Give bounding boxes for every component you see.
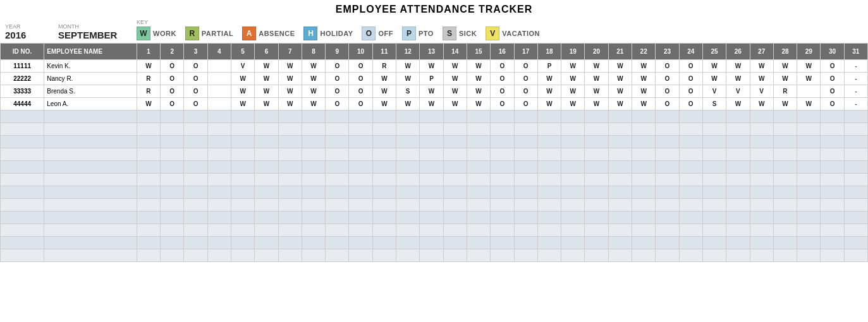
empty-row <box>1 110 868 123</box>
day-cell-14: W <box>443 85 467 98</box>
employee-name: Kevin K. <box>44 60 137 73</box>
legend-label-h: HOLIDAY <box>320 30 353 37</box>
day-cell-29: W <box>797 98 821 110</box>
col-day-18-header: 18 <box>537 44 561 60</box>
day-cell-30: O <box>821 73 844 85</box>
legend-label-w: WORK <box>153 30 176 37</box>
day-cell-6: W <box>255 73 278 85</box>
day-cell-27: W <box>750 73 773 85</box>
col-day-23-header: 23 <box>656 44 679 60</box>
day-cell-12: W <box>396 98 420 110</box>
day-cell-2: O <box>161 60 184 73</box>
day-cell-26: W <box>726 98 750 110</box>
employee-id: 33333 <box>1 85 44 98</box>
legend-box-r: R <box>185 27 199 40</box>
day-cell-16: O <box>491 60 514 73</box>
day-cell-23: O <box>656 98 679 110</box>
day-cell-5: V <box>231 60 254 73</box>
legend-box-p: P <box>402 27 416 40</box>
day-cell-23: O <box>656 60 679 73</box>
day-cell-3: O <box>184 85 207 98</box>
day-cell-29: W <box>797 73 821 85</box>
legend-box-h: H <box>303 27 317 40</box>
day-cell-14: W <box>443 60 467 73</box>
legend-box-v: V <box>486 27 499 40</box>
day-cell-7: W <box>278 60 302 73</box>
day-cell-19: W <box>561 73 585 85</box>
day-cell-6: W <box>255 98 278 110</box>
day-cell-27: V <box>750 85 773 98</box>
day-cell-19: W <box>561 98 585 110</box>
day-cell-8: W <box>302 98 325 110</box>
day-cell-15: W <box>467 60 490 73</box>
legend-box-w: W <box>137 27 150 40</box>
day-cell-3: O <box>184 73 207 85</box>
day-cell-6: W <box>255 60 278 73</box>
col-day-8-header: 8 <box>302 44 325 60</box>
col-day-11-header: 11 <box>372 44 396 60</box>
empty-row <box>1 161 868 174</box>
employee-name: Leon A. <box>44 98 137 110</box>
day-cell-16: O <box>491 98 514 110</box>
legend-box-a: A <box>242 27 256 40</box>
day-cell-31: - <box>844 73 867 85</box>
empty-row <box>1 186 868 199</box>
year-value: 2016 <box>5 30 43 40</box>
col-day-15-header: 15 <box>467 44 490 60</box>
day-cell-20: W <box>585 60 608 73</box>
col-day-3-header: 3 <box>184 44 207 60</box>
day-cell-5: W <box>231 73 254 85</box>
day-cell-20: W <box>585 98 608 110</box>
legend-item-s: S SICK <box>443 27 477 40</box>
legend-label-v: VACATION <box>502 30 540 37</box>
legend-box-s: S <box>443 27 456 40</box>
col-day-25-header: 25 <box>702 44 726 60</box>
col-day-4-header: 4 <box>207 44 231 60</box>
empty-row <box>1 148 868 161</box>
empty-row <box>1 174 868 186</box>
col-day-19-header: 19 <box>561 44 585 60</box>
day-cell-20: W <box>585 85 608 98</box>
employee-name: Nancy R. <box>44 73 137 85</box>
day-cell-12: W <box>396 73 420 85</box>
day-cell-1: R <box>137 85 160 98</box>
day-cell-6: W <box>255 85 278 98</box>
col-day-10-header: 10 <box>349 44 372 60</box>
legend-label-s: SICK <box>459 30 477 37</box>
col-day-26-header: 26 <box>726 44 750 60</box>
day-cell-27: W <box>750 60 773 73</box>
col-day-21-header: 21 <box>608 44 632 60</box>
employee-id: 11111 <box>1 60 44 73</box>
day-cell-8: W <box>302 60 325 73</box>
day-cell-2: O <box>161 85 184 98</box>
day-cell-24: O <box>679 85 702 98</box>
day-cell-31: - <box>844 98 867 110</box>
day-cell-14: W <box>443 73 467 85</box>
day-cell-24: O <box>679 73 702 85</box>
day-cell-21: W <box>608 85 632 98</box>
day-cell-15: W <box>467 73 490 85</box>
col-day-24-header: 24 <box>679 44 702 60</box>
employee-name: Brenda S. <box>44 85 137 98</box>
day-cell-7: W <box>278 73 302 85</box>
day-cell-11: W <box>372 73 396 85</box>
day-cell-4: H <box>207 98 231 110</box>
col-day-13-header: 13 <box>420 44 443 60</box>
day-cell-29: W <box>797 60 821 73</box>
day-cell-11: W <box>372 85 396 98</box>
day-cell-15: W <box>467 85 490 98</box>
empty-row <box>1 199 868 212</box>
day-cell-26: W <box>726 73 750 85</box>
col-day-30-header: 30 <box>821 44 844 60</box>
legend-item-r: R PARTIAL <box>185 27 233 40</box>
day-cell-19: W <box>561 60 585 73</box>
legend-label-a: ABSENCE <box>259 30 295 37</box>
day-cell-11: W <box>372 98 396 110</box>
day-cell-20: W <box>585 73 608 85</box>
day-cell-28: R <box>773 85 797 98</box>
day-cell-4: H <box>207 60 231 73</box>
day-cell-4: H <box>207 85 231 98</box>
day-cell-29: A <box>797 85 821 98</box>
day-cell-15: W <box>467 98 490 110</box>
col-id-header: ID NO. <box>1 44 44 60</box>
